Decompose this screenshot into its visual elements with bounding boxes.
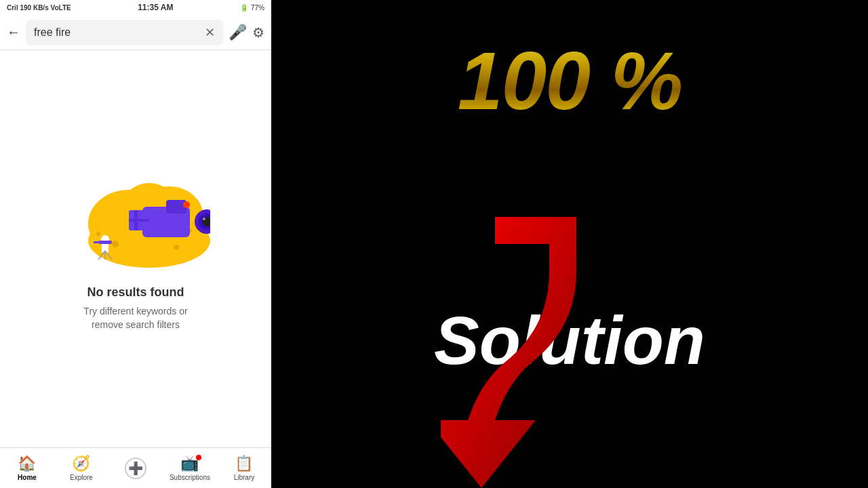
clock: 11:35 AM <box>138 3 173 12</box>
status-bar: Cril 190 KB/s VoLTE 11:35 AM 🔋 77% <box>0 0 271 15</box>
search-query: free fire <box>34 26 205 39</box>
nav-subscriptions[interactable]: 📺 Subscriptions <box>170 455 210 481</box>
svg-rect-9 <box>166 200 186 214</box>
create-icon: ➕ <box>125 458 146 479</box>
nav-create[interactable]: ➕ <box>115 458 156 479</box>
svg-point-14 <box>183 201 190 208</box>
explore-icon: 🧭 <box>72 455 90 472</box>
svg-point-4 <box>112 241 119 247</box>
no-results-title: No results found <box>87 285 184 300</box>
home-icon: 🏠 <box>18 455 36 472</box>
no-results-illustration <box>61 166 210 274</box>
library-icon: 📋 <box>235 455 253 472</box>
home-label: Home <box>18 474 37 481</box>
back-button[interactable]: ← <box>7 24 20 40</box>
bottom-nav: 🏠 Home 🧭 Explore ➕ 📺 Subscriptions 📋 Lib… <box>0 447 271 488</box>
search-input-box[interactable]: free fire ✕ <box>26 20 223 45</box>
mobile-panel: Cril 190 KB/s VoLTE 11:35 AM 🔋 77% ← fre… <box>0 0 271 488</box>
explore-label: Explore <box>70 474 93 481</box>
svg-point-5 <box>174 245 179 250</box>
no-results-subtitle: Try different keywords orremove search f… <box>83 305 187 331</box>
thumbnail-panel: 100 % Solution <box>271 0 868 488</box>
signal-text: Cril 190 KB/s VoLTE <box>7 4 71 12</box>
clear-button[interactable]: ✕ <box>205 25 215 40</box>
filter-button[interactable]: ⚙ <box>252 24 264 41</box>
subscription-notification-dot <box>196 455 201 460</box>
library-label: Library <box>234 474 255 481</box>
nav-explore[interactable]: 🧭 Explore <box>61 455 102 481</box>
subscriptions-label: Subscriptions <box>170 474 210 481</box>
search-bar: ← free fire ✕ 🎤 ⚙ <box>0 15 271 50</box>
microphone-button[interactable]: 🎤 <box>229 24 247 41</box>
svg-rect-17 <box>129 219 149 222</box>
signal-info: Cril 190 KB/s VoLTE <box>7 4 71 12</box>
battery-info: 🔋 77% <box>240 4 264 12</box>
svg-point-6 <box>96 232 100 236</box>
svg-rect-24 <box>94 241 100 243</box>
nav-library[interactable]: 📋 Library <box>224 455 264 481</box>
hundred-percent-text: 100 % <box>458 34 682 127</box>
battery-text: 77% <box>251 4 264 12</box>
no-results-area: No results found Try different keywords … <box>0 50 271 447</box>
svg-point-13 <box>203 218 205 220</box>
nav-home[interactable]: 🏠 Home <box>7 455 47 481</box>
red-arrow <box>441 203 644 488</box>
subscription-badge-container: 📺 <box>180 455 199 472</box>
battery-icon: 🔋 <box>240 4 248 12</box>
